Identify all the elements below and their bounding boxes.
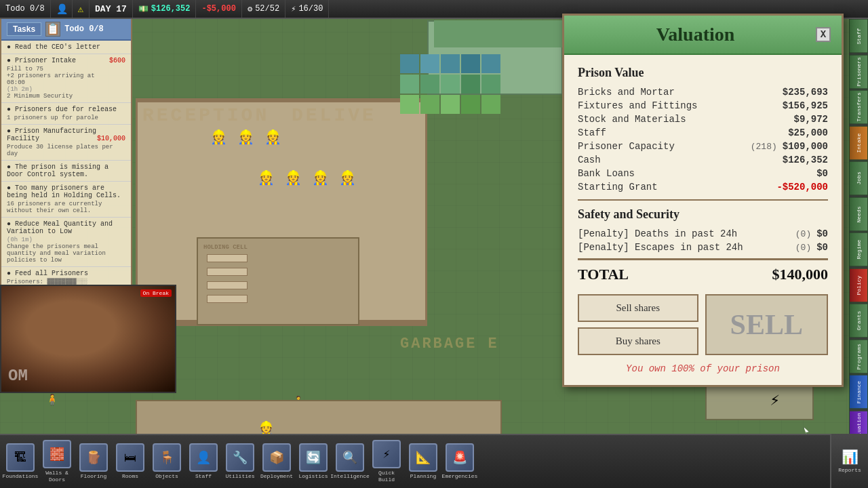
sidebar-item-jobs[interactable]: Jobs <box>849 161 868 196</box>
todo-count: Todo 0/8 <box>5 4 45 14</box>
objects-icon: 🪑 <box>153 443 181 472</box>
buy-shares-button[interactable]: Buy shares <box>578 327 698 355</box>
objects-label: Objects <box>155 473 178 480</box>
sidebar-item-needs[interactable]: Needs <box>849 197 868 232</box>
valuation-title: Valuation <box>575 24 816 45</box>
quickbuild-icon: ⚡ <box>372 440 401 468</box>
planning-label: Planning <box>410 473 436 480</box>
task-label: ● Reduce Meal Quantity and Variation to … <box>7 220 113 235</box>
sell-shares-button[interactable]: Sell shares <box>578 294 698 322</box>
logistics-icon: 🔄 <box>299 443 328 472</box>
sidebar-item-finance[interactable]: Finance <box>849 375 868 409</box>
reports-icon: 📊 <box>842 449 859 466</box>
task-label: ● Prisoners due for release <box>7 106 117 113</box>
sidebar-item-staff[interactable]: Staff <box>849 19 868 54</box>
deployment-label: Deployment <box>260 473 293 480</box>
hud-warning: ⚠ <box>73 0 90 18</box>
val-row-capacity: Prisoner Capacity (218) $109,000 <box>578 141 828 152</box>
worker-count: 52/52 <box>255 4 279 14</box>
toolbar-planning[interactable]: 📐 Planning <box>406 443 441 480</box>
rooms-icon: 🛏 <box>116 443 144 472</box>
task-label: ● Too many prisoners are being held in H… <box>7 184 121 199</box>
utilities-label: Utilities <box>225 473 254 480</box>
rooms-label: Rooms <box>122 473 138 480</box>
hud-day: DAY 17 <box>90 0 133 18</box>
flooring-icon: 🪵 <box>79 443 108 472</box>
val-row-loans: Bank Loans $0 <box>578 168 828 179</box>
intelligence-label: Intelligence <box>330 473 370 480</box>
expense-value: -$5,000 <box>201 4 235 14</box>
val-row-staff: Staff $25,000 <box>578 127 828 138</box>
toolbar-walls-doors[interactable]: 🧱 Walls &Doors <box>39 440 75 483</box>
day-counter: DAY 17 <box>95 4 127 14</box>
sidebar-item-policy[interactable]: Policy <box>849 268 868 303</box>
task-sub: 1 prisoners up for parole <box>7 115 125 121</box>
on-break-badge: On Break <box>140 289 172 297</box>
emergencies-icon: 🚨 <box>446 443 474 472</box>
list-item: ● Too many prisoners are being held in H… <box>1 182 131 218</box>
val-total-divider <box>578 258 828 260</box>
total-amount: $140,000 <box>772 266 829 283</box>
hud-money-display: 💵 $126,352 <box>133 0 197 18</box>
sidebar-item-regime[interactable]: Regime <box>849 232 868 267</box>
walls-doors-icon: 🧱 <box>43 440 71 468</box>
task-panel-header: Tasks 📋 Todo 0/8 <box>1 19 131 41</box>
flooring-label: Flooring <box>81 473 106 480</box>
total-label: TOTAL <box>578 266 629 283</box>
valuation-action-buttons: Sell shares Buy shares SELL <box>578 294 828 355</box>
ownership-text: You own 100% of your prison <box>578 363 828 374</box>
valuation-body: Prison Value Bricks and Mortar $235,693 … <box>564 55 842 385</box>
valuation-close-button[interactable]: X <box>816 27 831 42</box>
task-sub: Fill to 75+2 prisoners arriving at08:00(… <box>7 66 125 100</box>
list-item: ● Read the CEO's letter <box>1 41 131 54</box>
toolbar-foundations[interactable]: 🏗 Foundations <box>3 443 38 480</box>
list-item: ● Prisoner Intake $600 Fill to 75+2 pris… <box>1 54 131 103</box>
list-item: ● The prison is missing a Door Control s… <box>1 161 131 182</box>
task-sub: (0h 1m)Change the prisoners meal quantit… <box>7 237 125 264</box>
task-icon-button[interactable]: 📋 <box>45 22 60 37</box>
toolbar-logistics[interactable]: 🔄 Logistics <box>296 443 331 480</box>
toolbar-rooms[interactable]: 🛏 Rooms <box>113 443 148 480</box>
toolbar-staff[interactable]: 👤 Staff <box>186 443 221 480</box>
val-divider-1 <box>578 199 828 201</box>
toolbar-utilities[interactable]: 🔧 Utilities <box>222 443 258 480</box>
reports-button[interactable]: 📊 Reports <box>830 434 868 488</box>
list-item: ● Reduce Meal Quantity and Variation to … <box>1 218 131 267</box>
todo-label: Todo 0/8 <box>64 24 104 34</box>
toolbar-deployment[interactable]: 📦 Deployment <box>259 443 294 480</box>
valuation-title-bar: Valuation X <box>564 16 842 55</box>
webcam-overlay: On Break <box>0 285 176 393</box>
toolbar-intelligence[interactable]: 🔍 Intelligence <box>332 443 368 480</box>
val-row-grant: Starting Grant -$520,000 <box>578 182 828 192</box>
toolbar-objects[interactable]: 🪑 Objects <box>149 443 184 480</box>
task-sub: Produce 30 license plates per day <box>7 144 125 157</box>
list-item: ● Prisoners due for release 1 prisoners … <box>1 103 131 125</box>
toolbar-quickbuild[interactable]: ⚡ QuickBuild <box>369 440 404 483</box>
sell-big-button[interactable]: SELL <box>705 294 829 355</box>
toolbar-emergencies[interactable]: 🚨 Emergencies <box>442 443 477 480</box>
foundations-label: Foundations <box>3 473 39 480</box>
sidebar-item-intake[interactable]: Intake <box>849 126 868 161</box>
task-label: ● Read the CEO's letter <box>7 43 100 51</box>
sidebar-item-programs[interactable]: Programs <box>849 340 868 374</box>
deployment-icon: 📦 <box>262 443 291 472</box>
task-sub: 16 prisoners are currently without their… <box>7 201 125 214</box>
planning-icon: 📐 <box>409 443 437 472</box>
reports-label: Reports <box>838 467 861 473</box>
val-row-bricks: Bricks and Mortar $235,693 <box>578 87 828 98</box>
sidebar-item-transfers[interactable]: Transfers <box>849 90 868 125</box>
staff-label: Staff <box>195 473 212 480</box>
hud-power: ⚡ 16/30 <box>285 0 329 18</box>
emergencies-label: Emergencies <box>442 473 478 480</box>
logistics-label: Logistics <box>298 473 328 480</box>
tasks-button[interactable]: Tasks <box>7 22 41 36</box>
valuation-window: Valuation X Prison Value Bricks and Mort… <box>562 14 844 387</box>
sidebar-item-prisoners[interactable]: Prisoners <box>849 55 868 89</box>
prison-value-section: Prison Value <box>578 66 828 80</box>
val-row-fixtures: Fixtures and Fittings $156,925 <box>578 100 828 111</box>
sidebar-item-grants[interactable]: Grants <box>849 304 868 338</box>
utilities-icon: 🔧 <box>226 443 254 472</box>
hud-expense-display: -$5,000 <box>196 0 241 18</box>
task-label: ● Prison Manufacturing Facility <box>7 127 96 142</box>
toolbar-flooring[interactable]: 🪵 Flooring <box>76 443 111 480</box>
